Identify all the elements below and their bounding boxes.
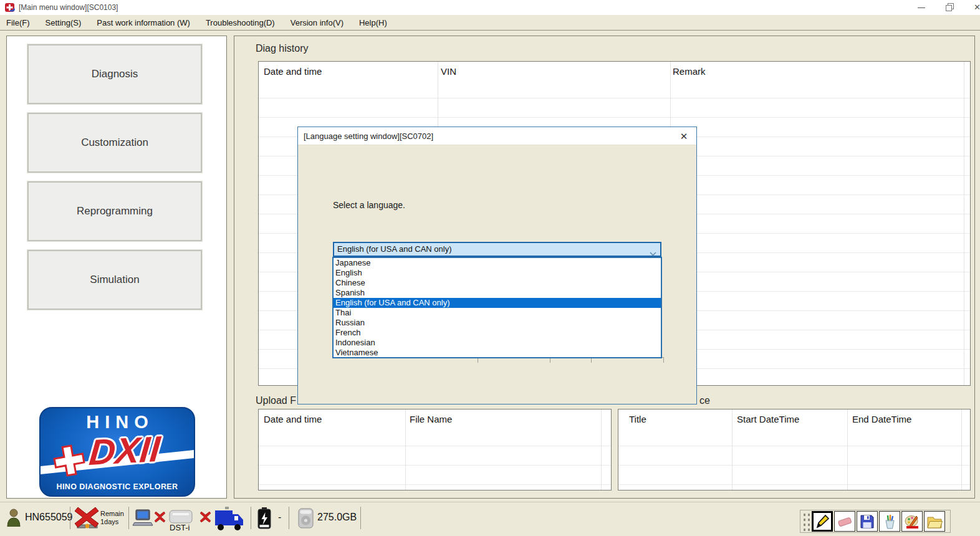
user-id: HN655059 [25,512,73,523]
folder-icon [926,514,943,530]
statusbar-divider [70,507,70,529]
app-icon [5,2,15,12]
logo-dx2-text: DXII [53,426,195,475]
license-remain-label: Remain 1days [100,510,124,526]
language-prompt: Select a language. [333,200,405,210]
column-divider [847,409,848,490]
window-title: [Main menu window][SC0103] [19,3,118,12]
battery-icon [257,507,272,533]
option-chinese[interactable]: Chinese [334,278,661,288]
schedule-title-fragment: ce [699,395,710,406]
col-vin: VIN [441,66,456,77]
palette-icon [904,514,920,530]
folder-tool-button[interactable] [924,511,945,532]
language-setting-dialog: [Language setting window][SC0702] ✕ Sele… [297,127,697,404]
remain-line2: 1days [100,518,124,526]
minimize-icon [918,7,925,8]
col-end-datetime: End DateTime [852,414,911,424]
menu-version-info[interactable]: Version info(V) [291,18,343,27]
language-dropdown-list: Japanese English Chinese Spanish English… [332,257,662,358]
option-thai[interactable]: Thai [334,308,661,318]
pc-disconnect-icon [155,512,165,525]
menu-setting[interactable]: Setting(S) [46,18,82,27]
palette-tool-button[interactable] [901,511,923,532]
column-divider [732,409,733,490]
battery-status: - [278,512,281,523]
option-vietnamese[interactable]: Vietnamese [334,348,661,358]
disk-icon [298,508,314,531]
pen-holder-icon [882,514,898,530]
server-disconnected-icon [75,507,100,533]
simulation-button[interactable]: Simulation [27,250,202,310]
column-divider [601,409,602,490]
col-start-datetime: Start DateTime [737,414,799,424]
option-french[interactable]: French [334,328,661,338]
statusbar-divider [360,507,361,529]
column-divider [964,62,964,385]
pc-icon [132,509,153,529]
statusbar-divider [128,507,129,529]
table-row-lines [259,427,611,490]
user-icon [6,508,21,529]
statusbar-divider [251,507,251,529]
option-spanish[interactable]: Spanish [334,288,661,298]
col-title: Title [629,414,646,424]
column-divider [961,409,962,490]
toolbar-drag-handle[interactable] [801,511,810,532]
restore-icon [946,3,954,12]
col-remark: Remark [673,66,706,77]
option-russian[interactable]: Russian [334,318,661,328]
col-date-and-time: Date and time [264,414,322,424]
menubar: File(F) Setting(S) Past work information… [0,15,980,31]
col-file-name: File Name [410,414,452,424]
dsti-label: DST-i [170,523,190,532]
language-combobox[interactable]: English (for USA and CAN only) [333,242,661,257]
window-titlebar: [Main menu window][SC0103] ✕ [0,0,980,15]
remain-line1: Remain [100,510,124,518]
restore-button[interactable] [940,0,960,15]
column-divider [405,409,406,490]
col-date-and-time: Date and time [264,66,322,77]
option-english[interactable]: English [334,268,661,278]
option-japanese[interactable]: Japanese [334,258,661,268]
menu-troubleshooting[interactable]: Troubleshooting(D) [206,18,275,27]
pencil-icon [814,514,830,530]
close-button[interactable]: ✕ [968,0,980,15]
option-indonesian[interactable]: Indonesian [334,338,661,348]
customization-button[interactable]: Customization [27,113,202,173]
menu-past-work-information[interactable]: Past work information (W) [97,18,190,27]
save-tool-button[interactable] [857,511,878,532]
main-menu-panel: Diagnosis Customization Reprogramming Si… [6,36,227,499]
pencil-tool-button[interactable] [812,511,833,532]
pen-holder-tool-button[interactable] [879,511,900,532]
dialog-close-button[interactable]: ✕ [678,131,689,142]
diagnosis-button[interactable]: Diagnosis [27,44,202,104]
save-icon [859,514,875,530]
combobox-value: English (for USA and CAN only) [337,244,452,254]
logo-subtitle: HINO DIAGNOSTIC EXPLORER [41,482,194,491]
upload-file-table[interactable]: Date and time File Name [258,409,612,491]
hino-dx2-logo: HINO DXII HINO DIAGNOSTIC EXPLORER [39,407,195,497]
disk-free-space: 275.0GB [317,512,357,523]
minimize-button[interactable] [911,0,931,15]
option-english-usa-can[interactable]: English (for USA and CAN only) [334,298,661,308]
dialog-title: [Language setting window][SC0702] [304,132,433,141]
annotation-toolbar [800,510,951,533]
schedule-table[interactable]: Title Start DateTime End DateTime [618,409,971,491]
eraser-tool-button[interactable] [834,511,855,532]
reprogramming-button[interactable]: Reprogramming [27,181,202,241]
dialog-titlebar: [Language setting window][SC0702] ✕ [298,127,696,145]
vehicle-icon [214,507,245,534]
menu-help[interactable]: Help(H) [359,18,387,27]
eraser-icon [837,514,853,530]
statusbar-divider [289,507,289,529]
diag-history-title: Diag history [256,43,308,54]
table-row-lines [618,427,970,490]
menu-file[interactable]: File(F) [6,18,30,27]
dsti-disconnect-icon [200,512,211,525]
upload-file-title-fragment: Upload F [256,395,296,406]
